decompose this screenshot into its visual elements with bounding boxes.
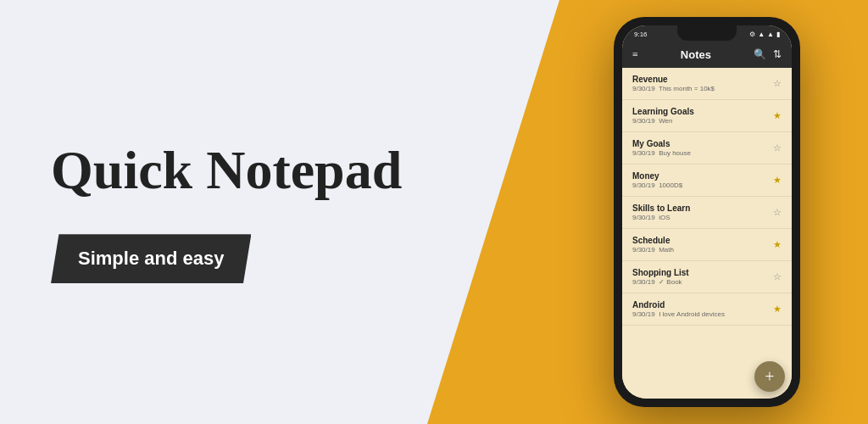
note-content: Money 9/30/19 1000D$ — [632, 171, 768, 189]
tagline-banner: Simple and easy — [51, 234, 322, 283]
phone-outer: 9:16 ⚙ ▲ ▲ ▮ ≡ Notes 🔍 ⇅ — [614, 17, 800, 407]
wifi-icon: ▲ — [767, 31, 774, 38]
star-icon[interactable]: ☆ — [773, 142, 782, 153]
app-header-title: Notes — [638, 48, 754, 61]
note-item[interactable]: My Goals 9/30/19 Buy house ☆ — [622, 132, 792, 165]
settings-icon: ⚙ — [749, 31, 755, 38]
status-time: 9:16 — [634, 31, 648, 38]
header-actions: 🔍 ⇅ — [754, 48, 782, 61]
note-meta: 9/30/19 iOS — [632, 214, 768, 221]
note-title: Skills to Learn — [632, 204, 768, 213]
note-title: Money — [632, 171, 768, 181]
phone-screen: 9:16 ⚙ ▲ ▲ ▮ ≡ Notes 🔍 ⇅ — [622, 25, 792, 399]
note-item[interactable]: Money 9/30/19 1000D$ ★ — [622, 165, 792, 197]
note-item[interactable]: Learning Goals 9/30/19 Wen ★ — [622, 100, 792, 132]
note-item[interactable]: Revenue 9/30/19 This month = 10k$ ☆ — [622, 68, 792, 100]
note-title: Android — [632, 300, 768, 310]
note-title: Shopping List — [632, 268, 768, 277]
note-meta: 9/30/19 Math — [632, 246, 768, 254]
status-icons: ⚙ ▲ ▲ ▮ — [749, 31, 780, 38]
note-title: My Goals — [632, 139, 768, 148]
notes-list: Revenue 9/30/19 This month = 10k$ ☆ Lear… — [622, 68, 792, 399]
note-content: Schedule 9/30/19 Math — [632, 236, 768, 254]
note-content: Shopping List 9/30/19 ✓ Book — [632, 268, 768, 286]
phone-mockup: 9:16 ⚙ ▲ ▲ ▮ ≡ Notes 🔍 ⇅ — [614, 17, 800, 407]
note-content: Android 9/30/19 I love Android devices — [632, 300, 768, 318]
app-title: Quick Notepad — [51, 141, 475, 200]
note-content: Learning Goals 9/30/19 Wen — [632, 107, 768, 125]
note-content: Revenue 9/30/19 This month = 10k$ — [632, 75, 768, 92]
note-meta: 9/30/19 ✓ Book — [632, 278, 768, 286]
battery-icon: ▮ — [776, 31, 780, 38]
note-item[interactable]: Skills to Learn 9/30/19 iOS ☆ — [622, 197, 792, 229]
star-icon[interactable]: ★ — [773, 175, 782, 186]
star-icon[interactable]: ☆ — [773, 207, 782, 218]
note-meta: 9/30/19 1000D$ — [632, 181, 768, 189]
note-item[interactable]: Shopping List 9/30/19 ✓ Book ☆ — [622, 261, 792, 293]
note-title: Revenue — [632, 75, 768, 84]
note-meta: 9/30/19 Wen — [632, 117, 768, 125]
note-content: My Goals 9/30/19 Buy house — [632, 139, 768, 157]
star-icon[interactable]: ★ — [773, 239, 782, 250]
filter-icon[interactable]: ⇅ — [773, 48, 782, 61]
star-icon[interactable]: ★ — [773, 304, 782, 315]
note-title: Schedule — [632, 236, 768, 245]
left-section: Quick Notepad Simple and easy — [0, 0, 475, 424]
note-content: Skills to Learn 9/30/19 iOS — [632, 204, 768, 221]
note-item[interactable]: Android 9/30/19 I love Android devices ★ — [622, 293, 792, 326]
note-meta: 9/30/19 Buy house — [632, 149, 768, 157]
app-header: ≡ Notes 🔍 ⇅ — [622, 42, 792, 68]
menu-icon[interactable]: ≡ — [632, 48, 638, 61]
signal-icon: ▲ — [758, 31, 765, 38]
note-item[interactable]: Schedule 9/30/19 Math ★ — [622, 229, 792, 261]
phone-notch — [677, 25, 737, 41]
note-meta: 9/30/19 I love Android devices — [632, 310, 768, 318]
note-meta: 9/30/19 This month = 10k$ — [632, 85, 768, 92]
add-note-fab[interactable]: + — [754, 361, 785, 392]
tagline-text: Simple and easy — [51, 234, 251, 283]
star-icon[interactable]: ☆ — [773, 271, 782, 282]
search-icon[interactable]: 🔍 — [754, 48, 766, 61]
star-icon[interactable]: ★ — [773, 110, 782, 121]
star-icon[interactable]: ☆ — [773, 78, 782, 89]
note-title: Learning Goals — [632, 107, 768, 116]
